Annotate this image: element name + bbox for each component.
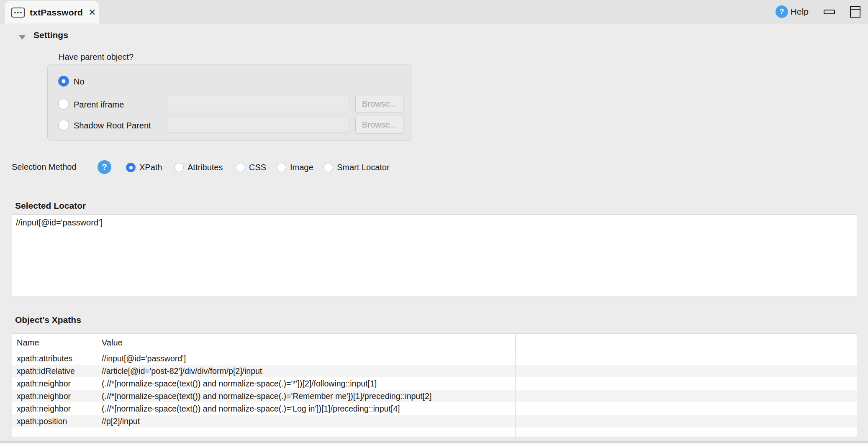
radio-css-label[interactable]: CSS [249,163,266,172]
have-parent-label: Have parent object? [59,52,134,62]
radio-no-label[interactable]: No [74,77,85,87]
radio-parent-iframe-label[interactable]: Parent iframe [74,100,124,110]
radio-shadow-root-label[interactable]: Shadow Root Parent [74,121,151,130]
radio-attributes-label[interactable]: Attributes [187,163,223,172]
object-editor-panel: txtPassword ✕ ? Help Settings Have paren… [0,0,868,445]
settings-collapse-icon[interactable] [19,35,26,40]
radio-no[interactable] [58,76,69,87]
parent-object-groupbox: No Parent iframe Browse... Shadow Root P… [47,64,412,141]
xpaths-table: Name Value xpath:attributes //input[@id=… [12,333,857,437]
table-row[interactable]: xpath:neighbor (.//*[normalize-space(tex… [12,377,857,390]
objects-xpaths-label: Object's Xpaths [15,315,81,325]
shadow-root-input[interactable] [168,117,349,133]
panel-bottom-edge [0,443,868,445]
radio-xpath-label[interactable]: XPath [139,163,162,172]
parent-iframe-browse-button[interactable]: Browse... [355,95,403,113]
help-icon[interactable]: ? [776,5,788,18]
radio-smart-locator-label[interactable]: Smart Locator [337,163,390,172]
xpath-name-cell: xpath:position [12,415,97,427]
column-header-value[interactable]: Value [97,334,516,352]
window-controls: ? Help [776,0,860,23]
tab-title: txtPassword [30,8,83,18]
xpath-value-cell: (.//*[normalize-space(text()) and normal… [97,402,516,415]
selection-method-label: Selection Method [12,162,77,172]
selection-method-help-icon[interactable]: ? [98,160,111,174]
column-header-extra [516,334,857,352]
radio-image-label[interactable]: Image [290,163,313,172]
xpath-value-cell: (.//*[normalize-space(text()) and normal… [97,390,516,402]
radio-attributes[interactable] [174,163,184,172]
xpath-value-cell: //article[@id='post-82']/div/div/form/p[… [97,365,516,377]
xpath-name-cell: xpath:idRelative [12,365,97,377]
xpath-value-cell: //p[2]/input [97,415,516,427]
radio-shadow-root[interactable] [58,120,69,130]
xpath-name-cell: xpath:neighbor [12,377,97,390]
radio-css[interactable] [236,163,245,172]
radio-parent-iframe[interactable] [58,99,69,110]
table-header-row: Name Value [12,334,857,352]
minimize-icon[interactable] [824,10,835,14]
radio-xpath[interactable] [126,163,136,172]
radio-image[interactable] [277,163,286,172]
table-row[interactable]: xpath:neighbor (.//*[normalize-space(tex… [12,402,857,415]
table-row[interactable]: xpath:neighbor (.//*[normalize-space(tex… [12,390,857,402]
xpath-value-cell: (.//*[normalize-space(text()) and normal… [97,377,516,390]
column-header-name[interactable]: Name [12,334,97,352]
table-row[interactable]: xpath:attributes //input[@id='password'] [12,352,857,365]
parent-iframe-input[interactable] [168,96,349,112]
xpath-name-cell: xpath:neighbor [12,402,97,415]
settings-section-title: Settings [33,30,68,40]
xpath-name-cell: xpath:neighbor [12,390,97,402]
tab-bar: txtPassword ✕ ? Help [0,0,868,23]
maximize-icon[interactable] [850,6,860,18]
xpath-value-cell: //input[@id='password'] [97,352,516,365]
selected-locator-input[interactable] [12,214,857,297]
table-row[interactable]: xpath:idRelative //article[@id='post-82'… [12,365,857,377]
test-object-icon [11,8,25,18]
xpath-name-cell: xpath:attributes [12,352,97,365]
tab-close-icon[interactable]: ✕ [88,8,96,17]
selected-locator-label: Selected Locator [15,201,86,211]
radio-smart-locator[interactable] [324,163,333,172]
table-empty-row [12,427,857,437]
tab-txtpassword[interactable]: txtPassword ✕ [5,1,99,23]
help-button[interactable]: Help [791,7,809,17]
table-row[interactable]: xpath:position //p[2]/input [12,415,857,427]
shadow-root-browse-button[interactable]: Browse... [355,116,403,134]
